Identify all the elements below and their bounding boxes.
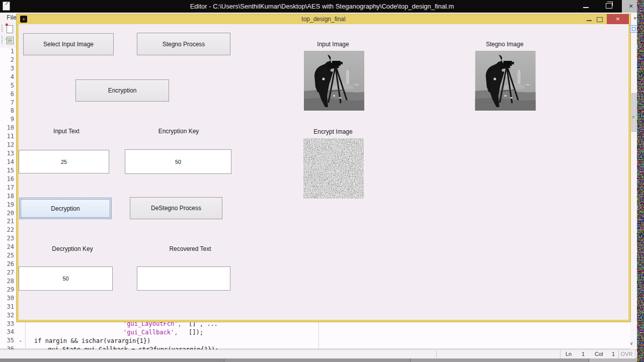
toolbar-grip xyxy=(2,25,3,33)
encrypt-image xyxy=(303,138,364,199)
line-number: 8 xyxy=(0,107,14,116)
taskbar-sliver xyxy=(0,358,644,362)
ln-value: 1 xyxy=(582,350,585,358)
taskbar-segment xyxy=(589,358,644,362)
new-file-icon[interactable] xyxy=(6,25,14,33)
encryption-key-field[interactable] xyxy=(125,149,231,174)
code-line-34[interactable]: 'gui_Callback', []); xyxy=(123,329,203,336)
line-number: 25 xyxy=(0,252,14,260)
editor-titlebar: Editor - C:\Users\SenthilKumar\Desktop\A… xyxy=(0,0,644,13)
line-number: 35 xyxy=(0,337,14,345)
line-number: 27 xyxy=(0,269,14,278)
insert-section-icon[interactable] xyxy=(6,36,14,45)
figure-window: top_design_final × Select Input Image St… xyxy=(17,14,630,322)
col-label: Col xyxy=(595,350,603,358)
line-number: 22 xyxy=(0,226,14,235)
code-line-35[interactable]: if nargin && ischar(varargin{1}) xyxy=(34,337,150,344)
line-number: 13 xyxy=(0,150,14,158)
figure-titlebar[interactable]: top_design_final × xyxy=(17,14,630,24)
editor-right-panel xyxy=(630,14,637,349)
ln-label: Ln xyxy=(566,350,572,358)
encryption-key-label: Encryption Key xyxy=(143,128,214,135)
line-number: 3 xyxy=(0,65,14,73)
stegno-image xyxy=(475,51,536,111)
minimize-icon[interactable] xyxy=(583,7,589,8)
decryption-key-field[interactable] xyxy=(19,266,113,291)
line-number: 21 xyxy=(0,218,14,226)
line-number: 24 xyxy=(0,243,14,252)
col-value: 1 xyxy=(612,350,615,358)
gutter-numbers: 1234567891011121314151617181920212223242… xyxy=(0,48,14,354)
line-number: 20 xyxy=(0,210,14,218)
figure-minimize-icon[interactable] xyxy=(587,20,592,21)
taskbar-segment xyxy=(224,358,411,362)
line-number: 26 xyxy=(0,260,14,269)
line-number: 9 xyxy=(0,116,14,124)
cursor-position-cell: Ln 1 Col 1 xyxy=(560,350,619,358)
line-number: 2 xyxy=(0,56,14,65)
decryption-button[interactable]: Decryption xyxy=(19,198,112,219)
select-input-image-button[interactable]: Select Input Image xyxy=(23,33,114,55)
column-ruler xyxy=(318,322,319,349)
line-number: 6 xyxy=(0,90,14,99)
line-number: 14 xyxy=(0,158,14,167)
decryption-key-label: Decryption Key xyxy=(37,245,108,252)
scroll-up-icon[interactable]: ∧ xyxy=(631,115,636,121)
recovered-text-label: Recovered Text xyxy=(155,245,225,252)
recovered-text-field[interactable] xyxy=(137,266,230,291)
line-number: 16 xyxy=(0,175,14,184)
line-number: 30 xyxy=(0,295,14,303)
figure-maximize-icon[interactable] xyxy=(597,17,603,22)
line-number: 28 xyxy=(0,278,14,286)
stegno-process-button[interactable]: Stegno Process xyxy=(137,33,230,55)
right-scrollbar-thumb[interactable] xyxy=(631,93,636,132)
line-number: 17 xyxy=(0,184,14,193)
line-number: 23 xyxy=(0,235,14,243)
exec-line-marker: - xyxy=(19,337,22,344)
line-number: 12 xyxy=(0,141,14,150)
destegno-process-button[interactable]: DeStegno Process xyxy=(130,197,222,219)
line-number: 4 xyxy=(0,73,14,82)
line-number: 32 xyxy=(0,312,14,320)
encryption-button[interactable]: Encryption xyxy=(75,79,169,102)
line-number: 10 xyxy=(0,124,14,133)
figure-close-icon[interactable]: × xyxy=(607,14,629,24)
edge-artifact xyxy=(637,0,644,362)
input-text-field[interactable] xyxy=(19,150,109,173)
line-number: 33 xyxy=(0,320,14,329)
stegno-image-label: Stegno Image xyxy=(474,41,535,48)
line-number: 29 xyxy=(0,286,14,295)
line-number: 11 xyxy=(0,133,14,141)
figure-title: top_design_final xyxy=(17,14,630,24)
overwrite-indicator: OVR xyxy=(618,350,635,358)
restore-icon[interactable] xyxy=(606,3,612,9)
dock-icon[interactable] xyxy=(630,25,637,33)
statusbar-divider xyxy=(436,351,437,358)
taskbar-segment xyxy=(410,358,589,362)
line-number: 5 xyxy=(0,82,14,90)
scroll-down-icon[interactable]: ∨ xyxy=(628,340,635,347)
line-number: 1 xyxy=(0,48,14,56)
input-text-label: Input Text xyxy=(36,128,97,135)
screen: Editor - C:\Users\SenthilKumar\Desktop\A… xyxy=(0,0,644,362)
editor-window-title: Editor - C:\Users\SenthilKumar\Desktop\A… xyxy=(0,0,644,13)
line-number: 7 xyxy=(0,99,14,108)
toolbar-grip xyxy=(2,36,3,44)
line-number: 34 xyxy=(0,328,14,337)
line-number: 19 xyxy=(0,201,14,210)
encrypt-image-label: Encrypt Image xyxy=(303,128,363,135)
line-number: 15 xyxy=(0,167,14,175)
input-image-label: Input Image xyxy=(303,41,363,48)
line-number: 31 xyxy=(0,303,14,312)
input-image xyxy=(304,51,364,111)
line-number: 18 xyxy=(0,193,14,201)
figure-canvas: Select Input Image Stegno Process Encryp… xyxy=(19,24,628,320)
statusbar: Ln 1 Col 1 OVR xyxy=(0,349,644,359)
